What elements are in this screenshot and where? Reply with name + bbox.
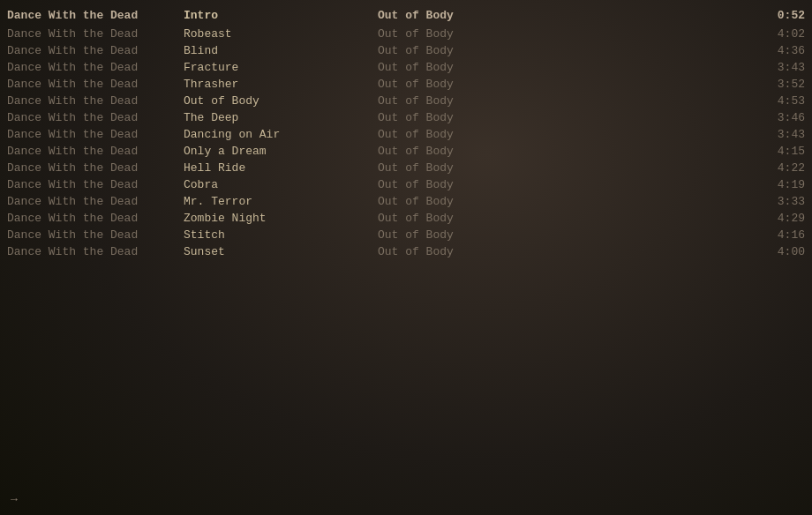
track-artist: Dance With the Dead: [7, 94, 184, 108]
track-title: Dancing on Air: [184, 128, 378, 141]
track-album: Out of Body: [378, 61, 752, 74]
track-title: Stitch: [184, 228, 378, 242]
track-title: Out of Body: [184, 94, 378, 108]
track-album: Out of Body: [378, 145, 752, 158]
track-album: Out of Body: [378, 195, 752, 208]
track-title: Hell Ride: [184, 161, 378, 175]
track-album: Out of Body: [378, 94, 752, 108]
track-title: The Deep: [184, 111, 378, 124]
track-artist: Dance With the Dead: [7, 245, 184, 258]
track-album: Out of Body: [378, 212, 752, 225]
track-title: Robeast: [184, 27, 378, 41]
arrow-indicator: →: [11, 493, 18, 506]
track-artist: Dance With the Dead: [7, 145, 184, 158]
table-row[interactable]: Dance With the DeadOut of BodyOut of Bod…: [0, 93, 812, 109]
track-duration: 4:16: [752, 228, 805, 242]
table-row[interactable]: Dance With the DeadStitchOut of Body4:16: [0, 227, 812, 243]
track-artist: Dance With the Dead: [7, 44, 184, 57]
table-row[interactable]: Dance With the DeadRobeastOut of Body4:0…: [0, 26, 812, 42]
track-artist: Dance With the Dead: [7, 128, 184, 141]
header-artist: Dance With the Dead: [7, 9, 184, 22]
table-row[interactable]: Dance With the DeadCobraOut of Body4:19: [0, 176, 812, 193]
track-artist: Dance With the Dead: [7, 78, 184, 91]
track-album: Out of Body: [378, 44, 752, 57]
track-artist: Dance With the Dead: [7, 111, 184, 124]
track-duration: 4:22: [752, 161, 805, 175]
table-row[interactable]: Dance With the DeadMr. TerrorOut of Body…: [0, 193, 812, 210]
track-artist: Dance With the Dead: [7, 161, 184, 175]
track-album: Out of Body: [378, 111, 752, 124]
track-duration: 4:29: [752, 212, 805, 225]
track-album: Out of Body: [378, 178, 752, 191]
track-title: Fracture: [184, 61, 378, 74]
track-title: Mr. Terror: [184, 195, 378, 208]
table-row[interactable]: Dance With the DeadThe DeepOut of Body3:…: [0, 109, 812, 126]
track-artist: Dance With the Dead: [7, 27, 184, 41]
header-duration: 0:52: [752, 9, 805, 22]
header-album: Out of Body: [378, 9, 752, 22]
track-artist: Dance With the Dead: [7, 195, 184, 208]
track-album: Out of Body: [378, 27, 752, 41]
track-duration: 3:46: [752, 111, 805, 124]
track-duration: 4:36: [752, 44, 805, 57]
track-title: Sunset: [184, 245, 378, 258]
track-duration: 4:02: [752, 27, 805, 41]
track-list: Dance With the Dead Intro Out of Body 0:…: [0, 0, 812, 267]
table-row[interactable]: Dance With the DeadHell RideOut of Body4…: [0, 160, 812, 176]
track-duration: 3:43: [752, 61, 805, 74]
track-list-header: Dance With the Dead Intro Out of Body 0:…: [0, 7, 812, 24]
track-artist: Dance With the Dead: [7, 212, 184, 225]
track-title: Zombie Night: [184, 212, 378, 225]
track-artist: Dance With the Dead: [7, 178, 184, 191]
table-row[interactable]: Dance With the DeadSunsetOut of Body4:00: [0, 243, 812, 260]
table-row[interactable]: Dance With the DeadFractureOut of Body3:…: [0, 59, 812, 76]
track-artist: Dance With the Dead: [7, 61, 184, 74]
track-title: Thrasher: [184, 78, 378, 91]
track-duration: 4:19: [752, 178, 805, 191]
track-duration: 3:33: [752, 195, 805, 208]
table-row[interactable]: Dance With the DeadZombie NightOut of Bo…: [0, 210, 812, 227]
track-duration: 4:15: [752, 145, 805, 158]
track-duration: 3:43: [752, 128, 805, 141]
track-album: Out of Body: [378, 128, 752, 141]
table-row[interactable]: Dance With the DeadOnly a DreamOut of Bo…: [0, 143, 812, 160]
track-album: Out of Body: [378, 228, 752, 242]
track-duration: 4:00: [752, 245, 805, 258]
track-album: Out of Body: [378, 78, 752, 91]
track-duration: 3:52: [752, 78, 805, 91]
track-album: Out of Body: [378, 161, 752, 175]
track-title: Only a Dream: [184, 145, 378, 158]
track-album: Out of Body: [378, 245, 752, 258]
track-duration: 4:53: [752, 94, 805, 108]
track-title: Cobra: [184, 178, 378, 191]
table-row[interactable]: Dance With the DeadBlindOut of Body4:36: [0, 42, 812, 59]
table-row[interactable]: Dance With the DeadThrasherOut of Body3:…: [0, 76, 812, 93]
table-row[interactable]: Dance With the DeadDancing on AirOut of …: [0, 126, 812, 143]
track-title: Blind: [184, 44, 378, 57]
header-title: Intro: [184, 9, 378, 22]
track-artist: Dance With the Dead: [7, 228, 184, 242]
